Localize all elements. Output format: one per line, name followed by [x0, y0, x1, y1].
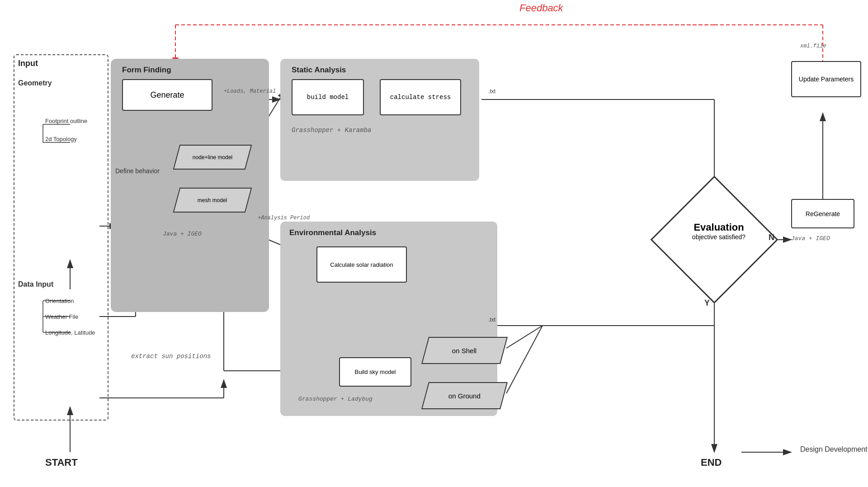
- geometry-label: Geometry: [18, 79, 52, 87]
- node-line-model-box: node+line model: [173, 145, 252, 170]
- static-analysis-section: [280, 59, 479, 181]
- on-shell-box: on Shell: [421, 337, 508, 364]
- n-label: N: [769, 233, 774, 242]
- weather-label: Weather File: [45, 313, 78, 320]
- grasshopper-karamba-label: Grasshopper + Karamba: [292, 127, 371, 134]
- evaluation-text: Evaluation objective satisfied?: [674, 222, 764, 241]
- input-section-box: [14, 54, 108, 421]
- update-params-box: Update Parameters: [791, 61, 861, 97]
- form-finding-title: Form Finding: [122, 66, 171, 75]
- txt-label-ea: .txt: [488, 317, 495, 323]
- input-title: Input: [18, 59, 38, 68]
- end-label: END: [701, 457, 722, 468]
- feedback-label: Feedback: [519, 2, 563, 14]
- calculate-solar-box: Calculate solar radiation: [316, 246, 407, 283]
- orientation-label: Orientation: [45, 298, 74, 304]
- define-behavior-label: Define behavior: [115, 167, 160, 175]
- build-sky-model-box: Build sky model: [339, 357, 411, 387]
- static-analysis-title: Static Analysis: [292, 66, 346, 75]
- svg-line-28: [506, 326, 542, 348]
- footprint-label: Footprint outline: [45, 118, 87, 124]
- data-input-label: Data Input: [18, 280, 53, 288]
- grasshopper-ladybug-label: Grasshopper + Ladybug: [298, 396, 373, 402]
- java-igeo-regen-label: Java + IGEO: [791, 235, 830, 242]
- design-development-label: Design Development: [800, 445, 868, 454]
- calculate-stress-box: calculate stress: [380, 79, 461, 115]
- longlat-label: Longitude, Latitude: [45, 329, 95, 336]
- on-ground-box: on Ground: [421, 382, 508, 409]
- xml-file-label: xml.file: [800, 43, 826, 49]
- mesh-model-box: mesh model: [173, 188, 252, 213]
- analysis-period-label: +Analysis Period: [258, 215, 310, 221]
- svg-line-29: [506, 326, 542, 393]
- extract-sun-label: extract sun positions: [131, 353, 211, 360]
- java-igeo-form-label: Java + IGEO: [163, 231, 202, 237]
- regenerate-box: ReGenerate: [791, 199, 854, 228]
- build-model-box: build model: [292, 79, 364, 115]
- topology-label: 2d Topology: [45, 136, 77, 142]
- env-analysis-title: Environmental Analysis: [289, 228, 376, 237]
- y-label: Y: [704, 298, 710, 308]
- loads-material-label: +Loads, Material: [224, 88, 276, 95]
- start-label: START: [45, 457, 78, 468]
- txt-label-sa: .txt: [488, 88, 495, 95]
- generate-box: Generate: [122, 79, 212, 111]
